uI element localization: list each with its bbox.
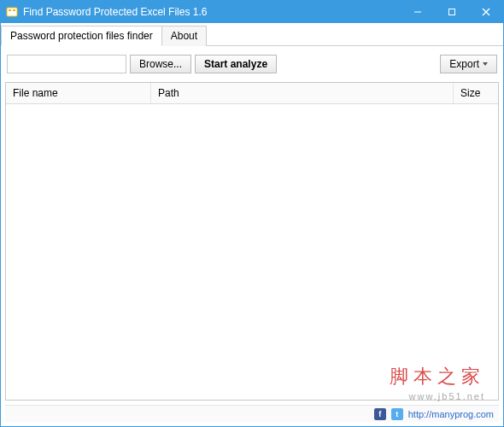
toolbar: Browse... Start analyze Export: [5, 50, 499, 78]
svg-rect-4: [449, 9, 455, 15]
app-icon: [6, 6, 18, 18]
grid-body[interactable]: [6, 104, 498, 400]
status-bar: f t http://manyprog.com: [5, 405, 499, 422]
content-area: Browse... Start analyze Export File name…: [1, 46, 503, 426]
facebook-icon[interactable]: f: [374, 408, 386, 420]
column-header-filename[interactable]: File name: [6, 83, 151, 103]
path-input[interactable]: [7, 55, 126, 73]
export-button[interactable]: Export: [440, 55, 497, 73]
results-grid: File name Path Size: [5, 82, 499, 401]
browse-button[interactable]: Browse...: [130, 55, 191, 73]
svg-rect-2: [13, 9, 15, 11]
close-button[interactable]: [469, 1, 503, 23]
column-header-size[interactable]: Size: [454, 83, 498, 103]
start-analyze-button[interactable]: Start analyze: [195, 55, 277, 73]
svg-rect-0: [7, 8, 17, 16]
window-title: Find Password Protected Excel Files 1.6: [23, 6, 401, 18]
chevron-down-icon: [483, 62, 488, 66]
website-link[interactable]: http://manyprog.com: [408, 409, 494, 419]
titlebar: Find Password Protected Excel Files 1.6: [1, 1, 503, 23]
window-controls: [401, 1, 503, 23]
minimize-button[interactable]: [401, 1, 435, 23]
grid-header: File name Path Size: [6, 83, 498, 104]
twitter-icon[interactable]: t: [391, 408, 403, 420]
export-button-label: Export: [449, 58, 479, 70]
maximize-button[interactable]: [435, 1, 469, 23]
tab-about[interactable]: About: [161, 26, 207, 46]
svg-rect-1: [9, 9, 11, 11]
column-header-path[interactable]: Path: [151, 83, 454, 103]
tab-finder[interactable]: Password protection files finder: [1, 26, 162, 46]
app-window: Find Password Protected Excel Files 1.6 …: [0, 0, 504, 427]
tab-bar: Password protection files finder About: [1, 23, 503, 46]
